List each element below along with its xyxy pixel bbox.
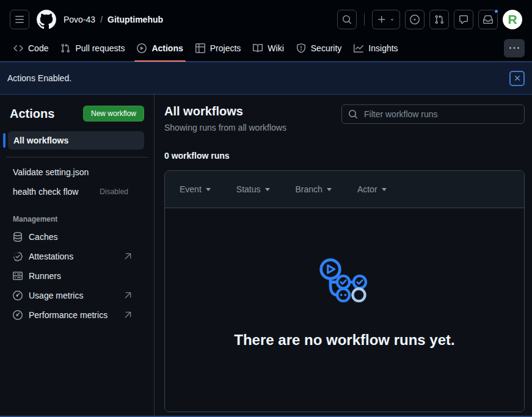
sidebar-item-all-workflows[interactable]: All workflows [8,131,144,150]
avatar[interactable]: R [503,10,522,29]
main-heading-block: All workflows Showing runs from all work… [164,104,286,132]
sidebar-item-workflow-validate[interactable]: Validate setting.json [10,162,144,182]
management-title: Management [10,215,144,223]
pull-request-icon [434,15,444,24]
repo-nav: Code Pull requests Actions Projects Wiki… [0,35,532,62]
tab-code[interactable]: Code [7,35,54,61]
tab-label: Code [28,43,48,53]
status-filter-dropdown[interactable]: Status [231,184,275,194]
dropdown-label: Status [236,184,261,194]
sidebar-item-usage-metrics[interactable]: Usage metrics [10,286,144,305]
filter-workflow-runs-input[interactable] [363,109,518,120]
close-icon [513,74,522,82]
caret-down-icon [265,188,270,191]
caret-down-icon [327,188,332,191]
new-workflow-button[interactable]: New workflow [83,106,144,121]
breadcrumb-owner[interactable]: Povo-43 [64,15,95,24]
sidebar-item-attestations[interactable]: Attestations [10,247,144,266]
sidebar-item-performance-metrics[interactable]: Performance metrics [10,305,144,325]
management-item-label: Usage metrics [29,291,83,300]
octocat-icon [37,10,56,29]
all-workflows-row: All workflows [3,131,144,150]
management-item-label: Performance metrics [29,310,107,320]
banner-close-button[interactable] [509,71,525,86]
empty-state-title: There are no workflow runs yet. [234,332,454,349]
header-actions: R [337,10,522,29]
tab-security[interactable]: Security [290,35,348,61]
play-circle-icon [137,43,147,53]
comment-button[interactable] [454,10,473,29]
branch-filter-dropdown[interactable]: Branch [291,184,337,194]
search-icon [348,109,358,119]
caret-down-icon [382,188,387,191]
actions-enabled-banner: Actions Enabled. [0,62,532,95]
runs-count: 0 workflow runs [164,151,525,161]
tab-wiki[interactable]: Wiki [247,35,290,61]
hamburger-icon [15,15,24,24]
create-new-button[interactable] [372,10,400,29]
actor-filter-dropdown[interactable]: Actor [352,184,392,194]
sidebar-item-workflow-health-check[interactable]: health check flow Disabled [10,182,144,201]
disabled-badge: Disabled [100,187,139,196]
sidebar-title: Actions [10,107,54,121]
actions-sidebar: Actions New workflow All workflows Valid… [0,95,155,415]
sidebar-item-caches[interactable]: Caches [10,227,144,247]
tab-projects[interactable]: Projects [189,35,247,61]
dropdown-label: Branch [296,184,322,194]
pull-request-icon [60,43,70,53]
workflow-label: Validate setting.json [13,167,89,177]
external-link-icon [124,291,141,300]
global-menu-button[interactable] [10,10,29,29]
pull-requests-button[interactable] [429,10,449,29]
workflow-graph-icon [316,257,373,307]
breadcrumb-repo[interactable]: Gituptimehub [107,15,163,24]
issue-opened-icon [410,15,420,24]
server-icon [13,271,23,281]
empty-state: There are no workflow runs yet. [165,208,524,412]
chevron-down-icon [389,16,395,23]
tab-label: Wiki [268,43,283,53]
search-icon [342,15,352,24]
tab-pull-requests[interactable]: Pull requests [54,35,131,61]
sidebar-item-runners[interactable]: Runners [10,266,144,286]
breadcrumb-separator: / [100,15,103,24]
external-link-icon [124,311,141,319]
active-indicator-bar [3,133,5,148]
graph-icon [354,43,363,53]
main-header: All workflows Showing runs from all work… [164,104,525,132]
repo-nav-overflow-button[interactable] [504,39,525,57]
event-filter-dropdown[interactable]: Event [175,184,216,194]
dropdown-label: Actor [357,184,377,194]
tab-label: Projects [210,43,241,53]
verified-icon [13,252,23,261]
comment-icon [459,15,468,24]
global-header: Povo-43 / Gituptimehub [0,0,532,62]
inbox-icon [483,15,493,24]
tab-label: Security [311,43,342,53]
runs-filter-bar: Event Status Branch Actor [165,171,524,208]
meter-icon [13,310,23,320]
kebab-horizontal-icon [509,43,519,53]
tab-label: Insights [368,43,398,53]
breadcrumb: Povo-43 / Gituptimehub [64,15,163,24]
sidebar-header: Actions New workflow [10,106,144,121]
workflow-label: health check flow [13,187,78,197]
tab-actions[interactable]: Actions [131,35,189,61]
management-item-label: Runners [29,271,61,281]
caret-down-icon [206,188,211,191]
tab-insights[interactable]: Insights [348,35,404,61]
issues-button[interactable] [405,10,425,29]
workflows-main: All workflows Showing runs from all work… [155,95,532,415]
search-button[interactable] [337,10,357,29]
sidebar-divider [6,157,148,158]
page-title: All workflows [164,104,286,118]
tab-label: Pull requests [75,43,125,53]
notifications-button[interactable] [478,10,498,29]
workflow-runs-panel: Event Status Branch Actor [164,170,525,412]
header-divider [364,13,365,26]
github-logo[interactable] [37,10,56,29]
book-icon [253,43,263,53]
management-section: Management Caches Attestations Runners U… [10,215,144,325]
banner-message: Actions Enabled. [7,73,71,83]
management-item-label: Attestations [29,252,73,261]
